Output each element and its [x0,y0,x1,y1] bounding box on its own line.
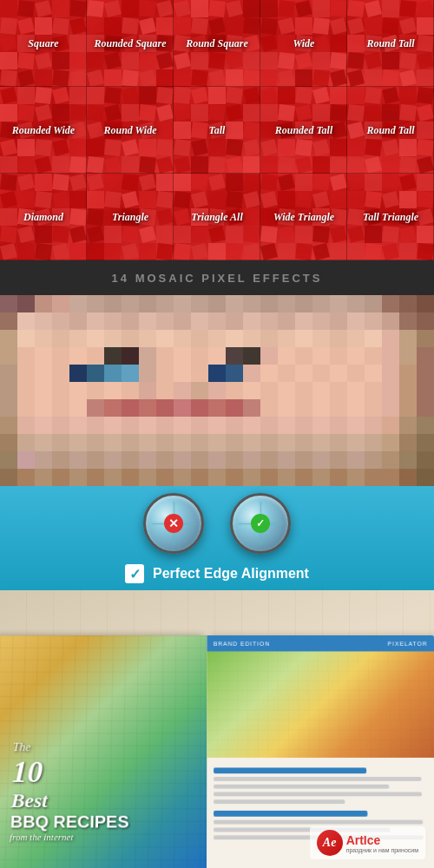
svg-marker-247 [382,156,399,174]
face-pixel [365,399,382,417]
svg-marker-80 [260,17,278,35]
grid-label-tall-triangle: Tall Triangle [363,211,418,223]
svg-marker-343 [312,226,330,243]
svg-marker-189 [243,122,260,139]
svg-marker-253 [52,174,69,191]
svg-marker-186 [191,122,208,139]
grid-cell-square: Square [0,0,87,87]
grid-cell-wide: Wide [260,0,347,87]
svg-marker-296 [104,243,122,260]
svg-marker-98 [312,69,330,87]
svg-marker-323 [226,243,243,260]
svg-marker-134 [69,104,87,122]
face-pixel [226,451,243,469]
svg-marker-258 [52,191,69,208]
face-pixel [52,382,69,399]
svg-marker-175 [174,87,191,104]
face-pixel [139,365,156,382]
svg-marker-76 [278,0,295,17]
svg-marker-345 [260,243,278,260]
svg-marker-272 [35,243,52,260]
svg-marker-193 [226,139,243,156]
svg-marker-330 [260,191,278,208]
face-pixel [104,451,122,469]
face-pixel [69,434,87,451]
svg-marker-281 [104,191,122,208]
face-pixel [365,451,382,469]
svg-marker-16 [17,52,35,69]
svg-marker-265 [0,226,17,243]
svg-marker-93 [312,52,330,69]
svg-marker-228 [399,87,417,104]
svg-marker-104 [417,0,434,17]
face-pixel [104,434,122,451]
svg-marker-241 [365,139,382,156]
face-pixel [208,469,226,486]
grid-cell-round-square: Round Square [174,0,260,87]
svg-marker-309 [243,191,260,208]
svg-marker-121 [365,69,382,87]
svg-marker-174 [156,156,174,174]
svg-marker-373 [399,243,417,260]
svg-marker-69 [243,52,260,69]
face-pixel [35,451,52,469]
face-pixel [139,347,156,365]
svg-marker-327 [295,174,312,191]
svg-marker-203 [312,87,330,104]
svg-marker-79 [330,0,347,17]
svg-marker-370 [347,243,365,260]
face-pixel [278,451,295,469]
grid-label-triangle-all: Triangle All [191,211,242,223]
svg-marker-73 [226,69,243,87]
svg-marker-20 [0,69,17,87]
face-pixel [122,382,139,399]
svg-marker-46 [104,69,122,87]
svg-marker-349 [330,243,347,260]
svg-marker-28 [139,0,156,17]
face-pixel [312,417,330,434]
svg-marker-85 [260,35,278,52]
svg-marker-130 [0,104,17,122]
face-pixel [347,434,365,451]
svg-marker-352 [382,174,399,191]
face-pixel [69,469,87,486]
face-pixel [139,382,156,399]
svg-marker-109 [417,17,434,35]
svg-marker-92 [295,52,312,69]
svg-marker-329 [330,174,347,191]
face-pixel [226,365,243,382]
face-pixel [122,434,139,451]
svg-marker-6 [17,17,35,35]
face-pixel [17,330,35,347]
svg-marker-96 [278,69,295,87]
svg-marker-191 [191,139,208,156]
face-pixel [330,451,347,469]
svg-marker-158 [139,104,156,122]
svg-marker-242 [382,139,399,156]
svg-marker-194 [243,139,260,156]
svg-marker-47 [122,69,139,87]
face-pixel [87,382,104,399]
svg-marker-306 [191,191,208,208]
face-pixel [382,347,399,365]
grid-label-wide: Wide [293,37,315,49]
svg-marker-366 [365,226,382,243]
svg-marker-26 [104,0,122,17]
svg-marker-120 [347,69,365,87]
svg-marker-207 [295,104,312,122]
svg-marker-314 [243,208,260,226]
svg-marker-201 [278,87,295,104]
face-pixel [87,451,104,469]
face-pixel [191,451,208,469]
face-pixel [0,469,17,486]
svg-marker-224 [330,156,347,174]
grid-cell-round-wide: Round Wide [87,87,174,174]
svg-marker-176 [191,87,208,104]
face-pixel [295,434,312,451]
svg-marker-180 [174,104,191,122]
face-pixel [208,295,226,312]
face-pixel [156,451,174,469]
svg-marker-221 [278,156,295,174]
face-pixel [174,399,191,417]
svg-marker-319 [243,226,260,243]
